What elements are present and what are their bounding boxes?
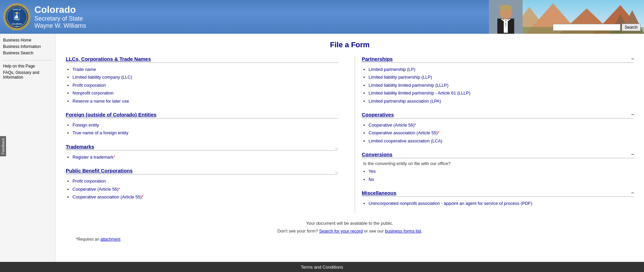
section-conversions-header[interactable]: – Conversions — [362, 152, 634, 158]
secretary-name: Wayne W. Williams — [34, 22, 86, 29]
list-item: Yes — [369, 167, 634, 175]
svg-text:COLORADO: COLORADO — [12, 23, 22, 25]
profit-corp-link[interactable]: Profit corporation — [72, 83, 106, 88]
true-name-foreign-link[interactable]: True name of a foreign entity — [72, 130, 128, 135]
list-item: True name of a foreign entity — [72, 129, 338, 137]
conversion-no-link[interactable]: No — [369, 177, 374, 182]
lca-link[interactable]: Limited cooperative association (LCA) — [369, 138, 442, 143]
miscellaneous-toggle[interactable]: – — [631, 190, 634, 195]
list-item: No — [369, 175, 634, 183]
section-foreign-list: Foreign entity True name of a foreign en… — [72, 121, 338, 137]
list-item: Limited liability limited partnership - … — [369, 89, 634, 97]
coop-assoc-55-link[interactable]: Cooperative association (Article 55)* — [369, 130, 439, 135]
search-input[interactable] — [553, 24, 620, 31]
pbc-coop-56-link[interactable]: Cooperative (Article 56)* — [72, 187, 120, 192]
svg-text:STATE OF: STATE OF — [13, 8, 21, 10]
lpa-link[interactable]: Limited partnership association (LPA) — [369, 99, 441, 104]
list-item: Cooperative association (Article 55)* — [72, 193, 338, 201]
section-foreign-header[interactable]: Foreign (outside of Colorado) Entities — [66, 112, 338, 118]
cooperatives-toggle[interactable]: – — [631, 112, 634, 117]
search-bar: Search — [553, 24, 641, 31]
section-conversions-list: Yes No — [369, 167, 634, 183]
section-cooperatives-list: Cooperative (Article 56)* Cooperative as… — [369, 121, 634, 145]
list-item: Register a trademark* — [72, 153, 338, 161]
section-foreign: Foreign (outside of Colorado) Entities F… — [66, 112, 338, 137]
lp-link[interactable]: Limited partnership (LP) — [369, 67, 415, 72]
header: STATE OF COLORADO 1876 Colorado Secretar… — [0, 0, 644, 34]
public-benefit-toggle[interactable]: _ — [335, 168, 338, 173]
footer-notes: *Requires an attachment — [66, 237, 634, 242]
conversions-intro: Is the converting entity on file with ou… — [363, 161, 634, 166]
list-item: Limited liability partnership (LLP) — [369, 73, 634, 81]
business-forms-link[interactable]: business forms list — [385, 228, 421, 234]
asterisk: * — [438, 130, 439, 135]
section-partnerships-list: Limited partnership (LP) Limited liabili… — [369, 65, 634, 105]
conversion-yes-link[interactable]: Yes — [369, 169, 376, 174]
footer-not-found: Don't see your form? Search for your rec… — [66, 228, 634, 234]
unincorporated-nonprofit-link[interactable]: Unincorporated nonprofit association - a… — [369, 201, 532, 206]
section-partnerships-link[interactable]: Partnerships — [362, 56, 393, 62]
section-llcs: LLCs, Corporations & Trade Names Trade n… — [66, 56, 338, 105]
section-conversions: – Conversions Is the converting entity o… — [362, 152, 634, 183]
section-public-benefit-header[interactable]: _ Public Benefit Corporations — [66, 168, 338, 174]
register-trademark-link[interactable]: Register a trademark* — [72, 155, 115, 160]
conversions-toggle[interactable]: – — [631, 152, 634, 157]
section-partnerships-header[interactable]: – Partnerships — [362, 56, 634, 63]
section-conversions-link[interactable]: Conversions — [362, 152, 392, 157]
sidebar-item-business-search[interactable]: Business Search — [2, 50, 54, 56]
section-trademarks-header[interactable]: _ Trademarks — [66, 144, 338, 151]
search-record-link[interactable]: Search for your record — [319, 228, 363, 234]
main-content: File a Form LLCs, Corporations & Trade N… — [56, 34, 644, 262]
section-llcs-list: Trade name Limited liability company (LL… — [72, 65, 338, 105]
not-found-prefix: Don't see your form? — [277, 228, 318, 234]
list-item: Nonprofit corporation — [72, 89, 338, 97]
section-public-benefit-link[interactable]: Public Benefit Corporations — [66, 168, 133, 173]
sidebar-item-business-home[interactable]: Business Home — [2, 37, 54, 43]
pbc-profit-corp-link[interactable]: Profit corporation — [72, 179, 106, 184]
section-trademarks-link[interactable]: Trademarks — [66, 144, 94, 149]
reserve-name-link[interactable]: Reserve a name for later use — [72, 99, 129, 104]
header-title: Colorado Secretary of State Wayne W. Wil… — [34, 4, 86, 29]
section-cooperatives-link[interactable]: Cooperatives — [362, 112, 394, 117]
asterisk: * — [142, 194, 143, 199]
lllp-61-link[interactable]: Limited liability limited partnership - … — [369, 90, 470, 96]
list-item: Limited liability limited partnership (L… — [369, 81, 634, 89]
llp-link[interactable]: Limited liability partnership (LLP) — [369, 75, 432, 80]
section-miscellaneous-header[interactable]: – Miscellaneous — [362, 190, 634, 197]
section-miscellaneous-list: Unincorporated nonprofit association - a… — [369, 199, 634, 207]
svg-text:1876: 1876 — [15, 26, 19, 27]
trademarks-toggle[interactable]: _ — [335, 144, 338, 149]
state-seal: STATE OF COLORADO 1876 — [3, 3, 30, 30]
partnerships-toggle[interactable]: – — [631, 56, 634, 61]
list-item: Cooperative (Article 56)* — [72, 185, 338, 193]
search-button[interactable]: Search — [622, 24, 641, 31]
lllp-link[interactable]: Limited liability limited partnership (L… — [369, 83, 448, 88]
list-item: Limited liability company (LLC) — [72, 73, 338, 81]
state-name: Colorado — [34, 4, 86, 15]
page-title: File a Form — [66, 40, 634, 49]
list-item: Profit corporation — [72, 81, 338, 89]
section-cooperatives-header[interactable]: – Cooperatives — [362, 112, 634, 118]
trade-name-link[interactable]: Trade name — [72, 67, 96, 72]
llc-link[interactable]: Limited liability company (LLC) — [72, 75, 132, 80]
section-foreign-link[interactable]: Foreign (outside of Colorado) Entities — [66, 112, 156, 117]
pbc-coop-assoc-55-link[interactable]: Cooperative association (Article 55)* — [72, 194, 143, 199]
list-item: Trade name — [72, 65, 338, 73]
sidebar: Feedback Business Home Business Informat… — [0, 34, 56, 262]
sidebar-item-business-information[interactable]: Business Information — [2, 44, 54, 50]
sidebar-item-help[interactable]: Help on this Page — [2, 63, 54, 69]
foreign-entity-link[interactable]: Foreign entity — [72, 123, 99, 128]
section-llcs-header[interactable]: LLCs, Corporations & Trade Names — [66, 56, 338, 63]
person-photo — [489, 0, 523, 34]
period: . — [421, 228, 422, 234]
attachment-link[interactable]: attachment — [100, 237, 120, 242]
sidebar-item-faqs[interactable]: FAQs, Glossary and Information — [2, 70, 54, 80]
section-partnerships: – Partnerships Limited partnership (LP) … — [362, 56, 634, 105]
feedback-tab[interactable]: Feedback — [0, 136, 6, 156]
terms-conditions-link[interactable]: Terms and Conditions — [301, 265, 343, 270]
nonprofit-corp-link[interactable]: Nonprofit corporation — [72, 90, 113, 96]
coop-56-link[interactable]: Cooperative (Article 56)* — [369, 123, 416, 128]
section-llcs-link[interactable]: LLCs, Corporations & Trade Names — [66, 56, 151, 62]
section-public-benefit-list: Profit corporation Cooperative (Article … — [72, 177, 338, 201]
section-miscellaneous-link[interactable]: Miscellaneous — [362, 190, 397, 196]
